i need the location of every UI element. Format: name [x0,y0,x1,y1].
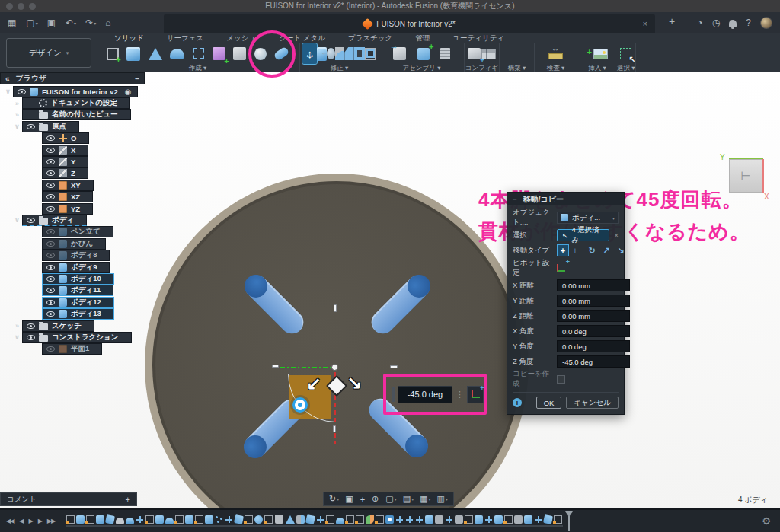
pan-icon[interactable]: + [360,495,366,504]
visibility-eye-icon[interactable] [27,124,35,129]
display-settings-icon[interactable]: ▤▾ [403,494,414,504]
timeline-feature-icon[interactable] [494,515,503,524]
ribbon-tab[interactable]: ユーティリティ [452,33,504,43]
expander-icon[interactable]: ∨ [12,333,22,341]
visibility-eye-icon[interactable] [46,229,55,234]
timeline-feature-icon[interactable] [225,515,233,524]
named-views[interactable]: » 名前の付いたビュー [12,110,149,120]
timeline-marker[interactable] [564,511,574,531]
redo-icon[interactable]: ↷▾ [82,16,99,30]
create-copy-checkbox[interactable] [557,375,565,384]
timeline-feature-icon[interactable] [215,515,223,524]
close-tab-icon[interactable]: × [643,19,647,28]
visibility-eye-icon[interactable] [46,276,55,282]
pivot-point-handle[interactable] [292,397,308,413]
timeline-feature-icon[interactable] [356,515,364,524]
body-12[interactable]: ボディ12 [32,297,149,307]
visibility-eye-icon[interactable] [46,300,55,305]
axis-x[interactable]: X [32,145,149,155]
timeline-feature-icon[interactable] [346,515,354,524]
undo-icon[interactable]: ↶▾ [62,16,79,30]
timeline-feature-icon[interactable] [286,515,295,524]
object-type-dropdown[interactable]: ボディ...▾ [557,212,619,224]
sweep-icon[interactable] [170,49,184,59]
root-component[interactable]: ∨ FUISON for Interior v2 ◉ [3,86,149,97]
app-grid-icon[interactable]: ▦ [5,16,20,30]
expander-icon[interactable]: » [12,100,22,107]
z-angle-field[interactable]: -45.0 deg [557,355,630,368]
viewcube-top-face[interactable]: ⊢ [729,159,762,193]
ok-button[interactable]: OK [536,397,562,409]
timeline-feature-icon[interactable] [126,518,134,524]
visibility-eye-icon[interactable] [46,170,55,176]
select-icon[interactable] [620,48,631,59]
timeline-feature-icon[interactable] [405,515,414,524]
move-copy-icon[interactable] [302,43,317,64]
timeline-feature-icon[interactable] [395,515,404,524]
timeline-feature-icon[interactable] [136,515,144,524]
sphere-primitive-icon[interactable] [254,48,267,60]
visibility-eye-icon[interactable] [46,194,55,199]
save-icon[interactable]: ▣ [44,16,59,30]
z-angle-inline-input[interactable]: -45.0 deg [398,386,452,403]
timeline-feature-icon[interactable] [245,515,253,524]
orbit-icon[interactable]: ↻▾ [329,494,339,504]
recent-files-icon[interactable]: ◷ [712,18,720,28]
rotate-handle-dot[interactable] [331,364,338,371]
go-to-start-icon[interactable]: ◀◀ [6,518,14,524]
timeline-feature-icon[interactable] [376,515,384,524]
timeline-feature-icon[interactable] [484,515,493,524]
file-new-icon[interactable]: ▢▾ [23,16,40,30]
timeline-feature-icon[interactable] [435,515,443,524]
axis-z[interactable]: Z [32,168,149,179]
document-settings[interactable]: » ドキュメントの設定 [12,97,149,108]
help-icon[interactable]: ? [746,18,751,28]
ribbon-group-label[interactable]: 修正 ▾ [300,64,379,72]
canvas-image-icon[interactable] [593,49,608,59]
grid-snap-icon[interactable]: ▦▾ [420,494,430,504]
timeline-feature-icon[interactable] [554,515,562,524]
timeline-feature-icon[interactable] [543,514,553,524]
timeline-feature-icon[interactable] [475,515,483,524]
point-to-point-icon[interactable]: ↗ [600,244,612,256]
body-kabin[interactable]: かびん [32,238,149,249]
timeline-feature-icon[interactable] [165,518,174,524]
ribbon-group-label[interactable]: アセンブリ ▾ [379,64,464,72]
visibility-eye-icon[interactable] [46,253,55,258]
translate-icon[interactable]: ∟ [571,244,583,256]
configuration-icon[interactable] [468,48,481,59]
visibility-eye-icon[interactable] [46,159,55,164]
fit-icon[interactable]: ▢▾ [385,494,396,504]
rotate-arrow-cw-icon[interactable]: ↘ [347,373,362,394]
origin-folder[interactable]: ∨ 原点 [12,121,149,132]
expander-icon[interactable]: ∨ [12,123,22,130]
cancel-button[interactable]: キャンセル [566,397,619,409]
job-status-icon[interactable]: ◔ [698,18,703,28]
z-distance-field[interactable]: 0.00 mm [557,310,630,322]
visibility-eye-icon[interactable] [46,206,55,212]
comment-bar[interactable]: コメント + [0,492,137,506]
timeline-feature-icon[interactable] [254,515,263,524]
chamfer-icon[interactable] [344,47,353,60]
axis-y[interactable]: Y [32,156,149,167]
plane-yz[interactable]: YZ [32,203,149,214]
go-to-end-icon[interactable]: ▶▶ [47,518,55,524]
timeline-feature-icon[interactable] [385,515,394,524]
browser-minimize-icon[interactable]: − [135,75,139,83]
timeline-feature-icon[interactable] [336,518,344,524]
timeline-feature-icon[interactable] [185,515,193,524]
sketches-folder[interactable]: » スケッチ [12,320,149,331]
ribbon-group-label[interactable]: 構築 ▾ [500,64,534,72]
body-9[interactable]: ボディ9 [32,262,149,272]
plane-xy[interactable]: XY [32,180,149,190]
timeline-feature-icon[interactable] [514,515,523,524]
look-at-icon[interactable]: ▣ [345,494,353,504]
ribbon-tab[interactable]: シート メタル [279,33,325,43]
timeline-feature-icon[interactable] [205,515,213,524]
play-icon[interactable]: ▶ [28,518,32,524]
ribbon-group-label[interactable]: 作成 ▾ [96,64,299,72]
timeline-feature-icon[interactable] [445,515,453,524]
dialog-info-icon[interactable]: i [513,398,522,407]
ribbon-tab[interactable]: 管理 [415,33,430,43]
joint-icon[interactable] [417,48,430,60]
